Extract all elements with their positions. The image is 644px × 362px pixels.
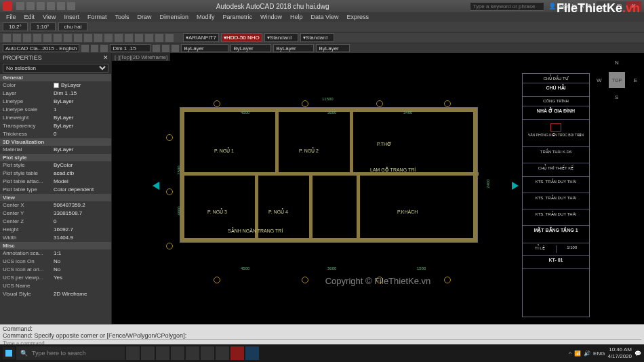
taskbar-chrome-icon[interactable]	[141, 346, 155, 360]
section-general[interactable]: General	[0, 74, 111, 81]
layer-off-icon[interactable]	[91, 45, 98, 52]
section-misc[interactable]: Misc	[0, 242, 111, 249]
tool-match-icon[interactable]	[74, 34, 82, 42]
table-style-combo[interactable]: ▾ Standard	[264, 33, 298, 42]
plotstyle-combo2[interactable]: ByLayer	[316, 44, 350, 52]
doc-tab-1[interactable]: 10.2°	[3, 22, 28, 31]
section-plotstyle[interactable]: Plot style	[0, 154, 111, 161]
section-arrow-right-icon	[512, 182, 519, 190]
window-title: Autodesk AutoCAD 2018 chu hai.dwg	[75, 3, 470, 10]
tool-paste-icon[interactable]	[64, 34, 72, 42]
menu-insert[interactable]: Insert	[60, 14, 83, 20]
qat-redo-icon[interactable]	[57, 2, 65, 10]
command-history-line: Command:	[3, 325, 641, 332]
menu-modify[interactable]: Modify	[193, 14, 218, 20]
tool-pan-icon[interactable]	[104, 34, 113, 42]
command-history-line: Command: Specify opposite corner or [Fen…	[3, 332, 641, 339]
tool-props-icon[interactable]	[125, 34, 133, 42]
layer-iso-icon[interactable]	[153, 45, 160, 52]
room-label: P.KHÁCH	[397, 209, 418, 214]
tray-network-icon[interactable]: 📶	[574, 350, 581, 357]
menu-format[interactable]: Format	[84, 14, 110, 20]
viewcube-top[interactable]: TOP	[609, 72, 625, 88]
layer-prev-icon[interactable]	[162, 45, 169, 52]
menu-bar: File Edit View Insert Format Tools Draw …	[0, 12, 644, 22]
grid-bubble-icon	[166, 134, 173, 141]
text-style-combo[interactable]: ▾ ARIANFIT7	[183, 33, 219, 42]
qat-new-icon[interactable]	[16, 2, 24, 10]
tray-clock[interactable]: 10:46 AM4/17/2020	[607, 346, 632, 360]
layer-prop-icon[interactable]	[81, 45, 89, 52]
qat-undo-icon[interactable]	[47, 2, 55, 10]
menu-edit[interactable]: Edit	[21, 14, 39, 20]
tool-copy-icon[interactable]	[54, 34, 62, 42]
section-view[interactable]: View	[0, 194, 111, 201]
doc-tab-2[interactable]: 1:10°	[31, 22, 56, 31]
mleader-style-combo[interactable]: ▾ Standard	[300, 33, 334, 42]
menu-window[interactable]: Window	[257, 14, 285, 20]
tray-notifications-icon[interactable]: 💬	[635, 350, 641, 357]
menu-draw[interactable]: Draw	[134, 14, 155, 20]
taskbar-search[interactable]: 🔍 Type here to search	[16, 346, 125, 360]
view-cube[interactable]: N S E W TOP	[597, 60, 637, 100]
dimension-text: 4500	[241, 266, 249, 270]
qat-save-icon[interactable]	[37, 2, 45, 10]
tool-plot-icon[interactable]	[33, 34, 41, 42]
viewport-label[interactable]: [-][Top][2D Wireframe]	[112, 53, 170, 61]
menu-file[interactable]: File	[3, 14, 20, 20]
tool-calc-icon[interactable]	[145, 34, 153, 42]
dimension-text: 11500	[322, 97, 334, 101]
menu-tools[interactable]: Tools	[111, 14, 132, 20]
grid-bubble-icon	[166, 188, 173, 195]
drawing-canvas[interactable]: [-][Top][2D Wireframe] N S E W TOP	[112, 53, 644, 324]
linetype-combo[interactable]: ByLayer	[230, 44, 271, 52]
menu-view[interactable]: View	[39, 14, 59, 20]
tray-lang[interactable]: ENG	[593, 350, 605, 357]
properties-close-icon[interactable]: ✕	[103, 54, 108, 61]
dimension-text: 3400	[403, 110, 412, 115]
tray-volume-icon[interactable]: 🔊	[584, 350, 590, 357]
tray-chevron-up-icon[interactable]: ^	[569, 350, 571, 357]
room-label: P. NGỦ 2	[299, 148, 319, 154]
help-search-input[interactable]	[470, 2, 544, 11]
layer-combo[interactable]: ByLayer	[181, 44, 228, 52]
taskbar-app-icon[interactable]	[186, 346, 199, 360]
tool-open-icon[interactable]	[13, 34, 21, 42]
section-3dviz[interactable]: 3D Visualization	[0, 138, 111, 146]
qat-print-icon[interactable]	[67, 2, 75, 10]
tool-cut-icon[interactable]	[43, 34, 52, 42]
tool-zoom-icon[interactable]	[115, 34, 123, 42]
command-line-panel: Command: Command: Specify opposite corne…	[0, 324, 644, 344]
lineweight-combo[interactable]: ByLayer	[273, 44, 314, 52]
menu-help[interactable]: Help	[287, 14, 306, 20]
workspace-combo[interactable]: AutoCAD Cla...2015 - English	[3, 44, 79, 52]
selection-combo[interactable]: No selection	[3, 64, 108, 73]
tool-new-icon[interactable]	[3, 34, 11, 42]
menu-dataview[interactable]: Data View	[308, 14, 342, 20]
taskview-icon[interactable]	[126, 346, 140, 360]
tool-save-icon[interactable]	[23, 34, 31, 42]
taskbar-app-icon[interactable]	[216, 346, 229, 360]
plot-style-combo[interactable]: ▾ HDD-50 NHO	[221, 33, 262, 42]
color-icon[interactable]	[172, 45, 179, 52]
menu-express[interactable]: Express	[343, 14, 372, 20]
menu-dimension[interactable]: Dimension	[156, 14, 192, 20]
taskbar-app-icon[interactable]	[171, 346, 184, 360]
taskbar-autocad-icon[interactable]	[230, 346, 244, 360]
tool-cmd-icon[interactable]	[165, 34, 174, 42]
app-logo-icon[interactable]	[3, 1, 12, 11]
qat-open-icon[interactable]	[26, 2, 35, 10]
grid-bubble-icon	[214, 100, 220, 107]
dim-style-combo[interactable]: Dim 1 .15	[110, 44, 150, 52]
start-button[interactable]	[3, 347, 15, 359]
taskbar-app-icon[interactable]	[201, 346, 214, 360]
taskbar-explorer-icon[interactable]	[156, 346, 169, 360]
tool-dsgnctr-icon[interactable]	[135, 34, 143, 42]
tool-redo-icon[interactable]	[94, 34, 102, 42]
layer-freeze-icon[interactable]	[100, 45, 108, 52]
tool-undo-icon[interactable]	[84, 34, 92, 42]
tool-meas-icon[interactable]	[155, 34, 163, 42]
doc-tab-3[interactable]: chu hai	[58, 22, 88, 31]
taskbar-photoshop-icon[interactable]	[245, 346, 259, 360]
menu-parametric[interactable]: Parametric	[220, 14, 256, 20]
